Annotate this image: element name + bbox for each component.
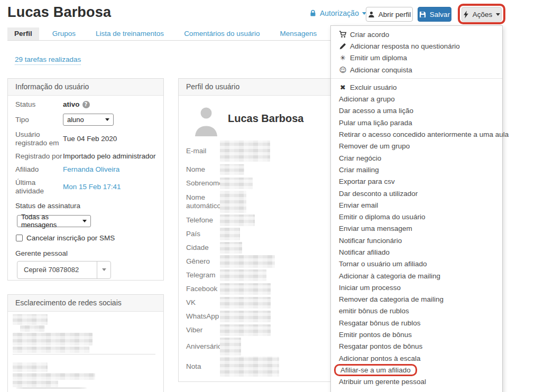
- menu-item-label: Resgatar bônus de rublos: [339, 319, 421, 327]
- registered-label: Usuário registrado em: [15, 130, 63, 147]
- authorization-link[interactable]: Autorização: [309, 9, 366, 17]
- type-select[interactable]: aluno: [63, 114, 114, 126]
- redacted-block: [13, 333, 93, 346]
- menu-item[interactable]: Criar mailing: [331, 164, 502, 175]
- menu-item[interactable]: Enviar email: [331, 199, 502, 211]
- last-activity-link[interactable]: Mon 15 Feb 17:41: [63, 183, 121, 191]
- menu-item[interactable]: Remover da categoria de mailing: [331, 294, 502, 305]
- menu-item-label: Adicionar conquista: [350, 66, 412, 74]
- menu-item[interactable]: Resgatar pontos de bônus: [331, 341, 502, 352]
- redacted-value: [220, 283, 271, 295]
- redacted-block: [13, 373, 95, 380]
- menu-item-criar-acordo[interactable]: Criar acordo: [331, 29, 502, 40]
- menu-item-adicionar-conquista[interactable]: ☺ Adicionar conquista: [331, 64, 502, 76]
- redacted-value: [220, 178, 253, 189]
- page-title: Lucas Barbosa: [7, 4, 111, 21]
- person-icon: [368, 11, 375, 18]
- menu-item[interactable]: Resgatar bônus de rublos: [331, 317, 502, 329]
- menu-item-label: Retirar o acesso concedido anteriormente…: [339, 130, 509, 138]
- menu-item[interactable]: Dar acesso a uma lição: [331, 105, 502, 117]
- social-panel-title: Esclarecimento de redes sociais: [8, 295, 163, 312]
- registered-value: Tue 04 Feb 2020: [63, 135, 117, 143]
- seal-icon: ✳: [339, 54, 347, 61]
- manager-select-value: Сергей 70878082: [17, 262, 97, 278]
- menu-item[interactable]: Adicionar à categoria de mailing: [331, 270, 502, 282]
- chevron-down-icon: [105, 118, 109, 121]
- type-label: Tipo: [15, 116, 63, 124]
- tasks-link[interactable]: 29 tarefas realizadas: [15, 55, 81, 65]
- menu-item-highlighted[interactable]: Afiliar-se a um afiliado: [331, 364, 502, 376]
- menu-item[interactable]: Atribuir um gerente pessoal: [331, 376, 502, 388]
- tab-grupos[interactable]: Grupos: [45, 27, 82, 40]
- menu-item-label: Tornar o usuário um afiliado: [339, 260, 427, 268]
- actions-menu-plain-items: Adicionar a grupo Dar acesso a uma lição…: [331, 93, 502, 387]
- tab-lista-de-treinamentos[interactable]: Lista de treinamentos: [89, 27, 171, 40]
- manager-select[interactable]: Сергей 70878082: [17, 261, 111, 279]
- redacted-value: [220, 269, 266, 281]
- redacted-value: [220, 357, 279, 377]
- menu-item[interactable]: Emitir o diploma do usuário: [331, 211, 502, 222]
- redacted-value: [220, 164, 244, 175]
- menu-item-label: Criar mailing: [339, 166, 379, 174]
- menu-item[interactable]: emitir bônus de rublos: [331, 305, 502, 317]
- menu-item-label: emitir bônus de rublos: [339, 307, 409, 315]
- menu-item-emitir-diploma[interactable]: ✳ Emitir um diploma: [331, 52, 502, 64]
- redacted-value: [220, 255, 275, 268]
- menu-item[interactable]: Notificar afiliado: [331, 246, 502, 258]
- user-info-panel-title: Informação do usuário: [8, 79, 163, 96]
- redacted-value: [220, 338, 241, 356]
- registered-by-label: Registrado por: [15, 152, 63, 161]
- menu-item[interactable]: Dar desconto a utilizador: [331, 188, 502, 199]
- menu-item[interactable]: Emitir pontos de bônus: [331, 329, 502, 340]
- save-label: Salvar: [430, 11, 450, 18]
- menu-item-label: Excluir usuário: [350, 83, 397, 91]
- menu-item[interactable]: Exportar para csv: [331, 176, 502, 188]
- menu-item-label: Pular uma lição parada: [339, 119, 412, 127]
- menu-item-label: Notificar funcionário: [339, 237, 402, 245]
- open-profile-button[interactable]: Abrir perfil: [366, 7, 413, 22]
- menu-item[interactable]: Iniciar um processo: [331, 282, 502, 293]
- profile-field-label: Telefone: [186, 216, 220, 225]
- menu-item[interactable]: Enviar uma mensagem: [331, 223, 502, 235]
- menu-item-label: Enviar uma mensagem: [339, 225, 412, 232]
- sms-unsubscribe-checkbox[interactable]: [16, 235, 23, 241]
- redacted-block: [20, 325, 45, 332]
- x-icon: ✖: [339, 84, 347, 91]
- menu-item[interactable]: Notificar funcionário: [331, 235, 502, 246]
- chevron-down-icon: [97, 262, 110, 278]
- menu-item[interactable]: Adicionar a grupo: [331, 93, 502, 105]
- menu-item[interactable]: Tornar o usuário um afiliado: [331, 258, 502, 270]
- menu-item-adicionar-resposta[interactable]: Adicionar resposta no questionário: [331, 40, 502, 52]
- menu-item[interactable]: Retirar o acesso concedido anteriormente…: [331, 128, 502, 140]
- profile-field-label: Cidade: [186, 244, 220, 252]
- menu-item-label: Resgatar pontos de bônus: [339, 342, 422, 350]
- menu-item[interactable]: Adicionar pontos à escala: [331, 352, 502, 364]
- menu-item-label: Dar acesso a uma lição: [339, 107, 413, 115]
- chevron-down-icon: [496, 13, 500, 16]
- menu-item[interactable]: Pular uma lição parada: [331, 117, 502, 128]
- tab-mensagens[interactable]: Mensagens: [273, 27, 324, 40]
- menu-item-label: Criar negócio: [339, 154, 381, 162]
- lightning-icon: [463, 11, 469, 18]
- menu-item-label: Remover de um grupo: [339, 142, 410, 150]
- menu-item[interactable]: Criar negócio: [331, 152, 502, 164]
- tab-comentarios-do-usuario[interactable]: Comentários do usuário: [177, 27, 266, 40]
- profile-field-label: Telegram: [186, 271, 220, 279]
- profile-field-label: Gênero: [186, 257, 220, 266]
- sms-unsubscribe-checkbox-row[interactable]: Cancelar inscrição por SMS: [8, 234, 163, 242]
- subscription-select[interactable]: Todas as mensagens: [17, 215, 91, 227]
- redacted-value: [220, 214, 255, 226]
- avatar: [195, 105, 218, 138]
- actions-button[interactable]: Ações: [461, 7, 502, 22]
- affiliate-label: Afiliado: [15, 165, 63, 174]
- redacted-value: [220, 191, 246, 213]
- menu-item[interactable]: Remover de um grupo: [331, 141, 502, 152]
- chevron-down-icon: [82, 220, 87, 222]
- profile-field-label: VK: [186, 298, 220, 307]
- help-icon[interactable]: ?: [82, 101, 90, 108]
- menu-item-excluir-usuario[interactable]: ✖ Excluir usuário: [331, 81, 502, 93]
- save-button[interactable]: Salvar: [418, 7, 451, 22]
- tab-perfil[interactable]: Perfil: [7, 27, 39, 40]
- redacted-value: [220, 311, 271, 322]
- affiliate-link[interactable]: Fernanda Oliveira: [63, 165, 119, 174]
